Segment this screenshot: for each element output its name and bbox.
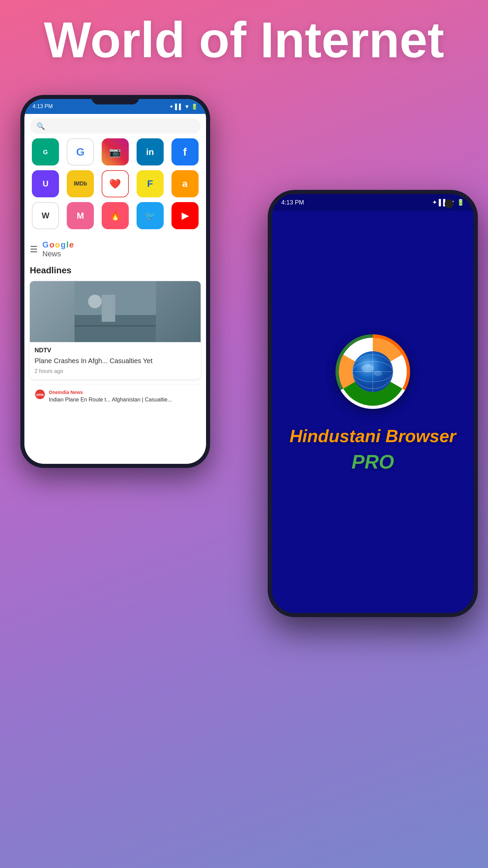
- app-name-label: Hindustani Browser: [289, 426, 456, 446]
- news-title-2: Indian Plane En Route t... Afghanistan |…: [49, 396, 172, 403]
- youtube-icon[interactable]: ▶: [171, 202, 199, 229]
- imdb-icon[interactable]: IMDb: [67, 170, 94, 197]
- headlines-label: Headlines: [30, 265, 201, 276]
- news-source-1: NDTV: [35, 347, 196, 354]
- browser-logo: [336, 334, 410, 409]
- app-grid-row3: W M 🔥 🐦 ▶: [24, 202, 206, 229]
- wikipedia-icon[interactable]: W: [32, 202, 59, 229]
- front-status-bar: 4:13 PM ✦ ▌▌ ▼ 🔋: [272, 194, 474, 211]
- app-grid-row1: G G 📷 in f: [24, 138, 206, 165]
- linkedin-icon[interactable]: in: [137, 138, 164, 165]
- oneindia-icon: one: [35, 390, 45, 399]
- svg-point-16: [374, 371, 382, 376]
- front-camera-notch: [445, 199, 453, 208]
- upstox-icon[interactable]: U: [32, 170, 59, 197]
- search-bar[interactable]: 🔍: [30, 119, 201, 134]
- twitter-icon[interactable]: 🐦: [137, 202, 164, 229]
- front-time: 4:13 PM: [281, 199, 304, 206]
- amazon-icon[interactable]: a: [171, 170, 199, 197]
- front-screen: 4:13 PM ✦ ▌▌ ▼ 🔋: [272, 194, 474, 613]
- app-pro-label: PRO: [351, 450, 394, 473]
- news-title-1: Plane Crashes In Afgh... Casualties Yet: [35, 356, 196, 366]
- svg-rect-4: [102, 295, 115, 322]
- news-time-1: 2 hours ago: [35, 368, 196, 374]
- back-status-bar: 4:13 PM ✦ ▌▌ ▼ 🔋: [24, 99, 206, 114]
- phone-back: 4:13 PM ✦ ▌▌ ▼ 🔋 🔍 G G 📷: [20, 95, 210, 468]
- svg-point-5: [88, 295, 102, 308]
- phone-front: 4:13 PM ✦ ▌▌ ▼ 🔋: [268, 190, 478, 617]
- back-time: 4:13 PM: [33, 103, 53, 110]
- svg-rect-6: [75, 325, 156, 327]
- news-image-1: [30, 281, 201, 342]
- hamburger-menu-icon[interactable]: ☰: [30, 244, 38, 255]
- app-grid-row2: U IMDb ❤️ F a: [24, 170, 206, 197]
- news-item-2[interactable]: one Oneindia News Indian Plane En Route …: [30, 384, 201, 408]
- news-card-1[interactable]: NDTV Plane Crashes In Afgh... Casualties…: [30, 281, 201, 379]
- flipkart-icon[interactable]: F: [137, 170, 164, 197]
- instagram-icon[interactable]: 📷: [102, 138, 129, 165]
- facebook-icon[interactable]: f: [171, 138, 199, 165]
- back-status-icons: ✦ ▌▌ ▼ 🔋: [169, 103, 198, 110]
- tinder-icon[interactable]: 🔥: [102, 202, 129, 229]
- svg-text:G: G: [43, 149, 48, 156]
- google-news-section: ☰ G o o g l e News Headlines: [24, 235, 206, 414]
- meesho-icon[interactable]: M: [67, 202, 94, 229]
- page-headline: World of Internet: [0, 14, 488, 66]
- google-icon[interactable]: G: [67, 138, 94, 165]
- svg-point-15: [362, 364, 374, 372]
- google-news-label: News: [42, 250, 74, 258]
- svg-text:one: one: [36, 392, 44, 397]
- health-icon[interactable]: ❤️: [102, 170, 129, 197]
- chatgpt-icon[interactable]: G: [32, 138, 59, 165]
- oneindia-label: Oneindia News: [49, 390, 172, 395]
- search-icon: 🔍: [37, 122, 45, 130]
